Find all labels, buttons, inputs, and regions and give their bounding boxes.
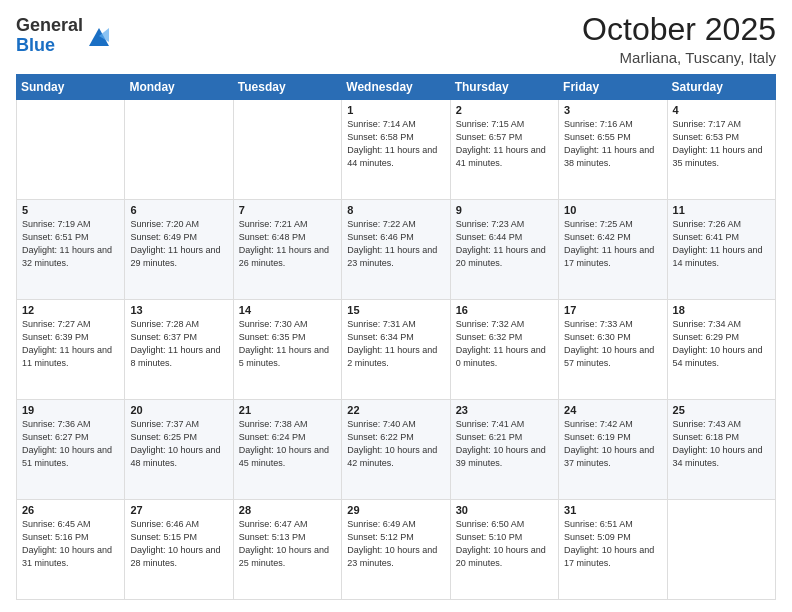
day-cell: 9Sunrise: 7:23 AM Sunset: 6:44 PM Daylig…	[450, 200, 558, 300]
day-info: Sunrise: 7:14 AM Sunset: 6:58 PM Dayligh…	[347, 118, 444, 170]
day-cell: 25Sunrise: 7:43 AM Sunset: 6:18 PM Dayli…	[667, 400, 775, 500]
day-info: Sunrise: 7:25 AM Sunset: 6:42 PM Dayligh…	[564, 218, 661, 270]
header-monday: Monday	[125, 75, 233, 100]
month-title: October 2025	[582, 12, 776, 47]
day-cell: 14Sunrise: 7:30 AM Sunset: 6:35 PM Dayli…	[233, 300, 341, 400]
week-row-4: 26Sunrise: 6:45 AM Sunset: 5:16 PM Dayli…	[17, 500, 776, 600]
day-number: 26	[22, 504, 119, 516]
day-number: 22	[347, 404, 444, 416]
day-info: Sunrise: 7:38 AM Sunset: 6:24 PM Dayligh…	[239, 418, 336, 470]
day-info: Sunrise: 7:23 AM Sunset: 6:44 PM Dayligh…	[456, 218, 553, 270]
day-cell: 18Sunrise: 7:34 AM Sunset: 6:29 PM Dayli…	[667, 300, 775, 400]
day-info: Sunrise: 7:15 AM Sunset: 6:57 PM Dayligh…	[456, 118, 553, 170]
day-cell: 8Sunrise: 7:22 AM Sunset: 6:46 PM Daylig…	[342, 200, 450, 300]
day-cell: 17Sunrise: 7:33 AM Sunset: 6:30 PM Dayli…	[559, 300, 667, 400]
day-cell: 16Sunrise: 7:32 AM Sunset: 6:32 PM Dayli…	[450, 300, 558, 400]
day-number: 15	[347, 304, 444, 316]
day-cell: 24Sunrise: 7:42 AM Sunset: 6:19 PM Dayli…	[559, 400, 667, 500]
day-cell: 27Sunrise: 6:46 AM Sunset: 5:15 PM Dayli…	[125, 500, 233, 600]
logo-general-text: General	[16, 15, 83, 35]
day-number: 20	[130, 404, 227, 416]
day-info: Sunrise: 7:30 AM Sunset: 6:35 PM Dayligh…	[239, 318, 336, 370]
day-info: Sunrise: 7:17 AM Sunset: 6:53 PM Dayligh…	[673, 118, 770, 170]
day-number: 21	[239, 404, 336, 416]
day-cell	[17, 100, 125, 200]
week-row-2: 12Sunrise: 7:27 AM Sunset: 6:39 PM Dayli…	[17, 300, 776, 400]
day-number: 6	[130, 204, 227, 216]
header-thursday: Thursday	[450, 75, 558, 100]
day-cell: 11Sunrise: 7:26 AM Sunset: 6:41 PM Dayli…	[667, 200, 775, 300]
header-tuesday: Tuesday	[233, 75, 341, 100]
title-block: October 2025 Marliana, Tuscany, Italy	[582, 12, 776, 66]
day-number: 2	[456, 104, 553, 116]
weekday-header-row: Sunday Monday Tuesday Wednesday Thursday…	[17, 75, 776, 100]
header-wednesday: Wednesday	[342, 75, 450, 100]
day-info: Sunrise: 6:45 AM Sunset: 5:16 PM Dayligh…	[22, 518, 119, 570]
day-number: 4	[673, 104, 770, 116]
day-cell	[667, 500, 775, 600]
week-row-0: 1Sunrise: 7:14 AM Sunset: 6:58 PM Daylig…	[17, 100, 776, 200]
week-row-1: 5Sunrise: 7:19 AM Sunset: 6:51 PM Daylig…	[17, 200, 776, 300]
header-friday: Friday	[559, 75, 667, 100]
day-info: Sunrise: 6:47 AM Sunset: 5:13 PM Dayligh…	[239, 518, 336, 570]
day-number: 11	[673, 204, 770, 216]
day-cell: 19Sunrise: 7:36 AM Sunset: 6:27 PM Dayli…	[17, 400, 125, 500]
day-number: 3	[564, 104, 661, 116]
day-info: Sunrise: 7:26 AM Sunset: 6:41 PM Dayligh…	[673, 218, 770, 270]
day-cell: 13Sunrise: 7:28 AM Sunset: 6:37 PM Dayli…	[125, 300, 233, 400]
day-number: 24	[564, 404, 661, 416]
day-cell: 12Sunrise: 7:27 AM Sunset: 6:39 PM Dayli…	[17, 300, 125, 400]
day-info: Sunrise: 7:36 AM Sunset: 6:27 PM Dayligh…	[22, 418, 119, 470]
day-number: 28	[239, 504, 336, 516]
day-number: 9	[456, 204, 553, 216]
day-number: 31	[564, 504, 661, 516]
day-number: 29	[347, 504, 444, 516]
day-info: Sunrise: 7:16 AM Sunset: 6:55 PM Dayligh…	[564, 118, 661, 170]
day-info: Sunrise: 7:32 AM Sunset: 6:32 PM Dayligh…	[456, 318, 553, 370]
day-cell: 2Sunrise: 7:15 AM Sunset: 6:57 PM Daylig…	[450, 100, 558, 200]
day-cell: 23Sunrise: 7:41 AM Sunset: 6:21 PM Dayli…	[450, 400, 558, 500]
day-cell	[125, 100, 233, 200]
day-info: Sunrise: 6:50 AM Sunset: 5:10 PM Dayligh…	[456, 518, 553, 570]
logo-icon	[85, 22, 113, 50]
day-number: 23	[456, 404, 553, 416]
day-cell: 20Sunrise: 7:37 AM Sunset: 6:25 PM Dayli…	[125, 400, 233, 500]
day-number: 1	[347, 104, 444, 116]
day-cell: 4Sunrise: 7:17 AM Sunset: 6:53 PM Daylig…	[667, 100, 775, 200]
day-info: Sunrise: 7:21 AM Sunset: 6:48 PM Dayligh…	[239, 218, 336, 270]
day-number: 12	[22, 304, 119, 316]
day-info: Sunrise: 7:42 AM Sunset: 6:19 PM Dayligh…	[564, 418, 661, 470]
day-cell: 15Sunrise: 7:31 AM Sunset: 6:34 PM Dayli…	[342, 300, 450, 400]
logo-blue-text: Blue	[16, 35, 55, 55]
day-number: 8	[347, 204, 444, 216]
day-number: 14	[239, 304, 336, 316]
day-cell: 5Sunrise: 7:19 AM Sunset: 6:51 PM Daylig…	[17, 200, 125, 300]
day-number: 13	[130, 304, 227, 316]
day-info: Sunrise: 6:49 AM Sunset: 5:12 PM Dayligh…	[347, 518, 444, 570]
page: General Blue October 2025 Marliana, Tusc…	[0, 0, 792, 612]
day-info: Sunrise: 7:40 AM Sunset: 6:22 PM Dayligh…	[347, 418, 444, 470]
day-info: Sunrise: 7:20 AM Sunset: 6:49 PM Dayligh…	[130, 218, 227, 270]
day-info: Sunrise: 6:46 AM Sunset: 5:15 PM Dayligh…	[130, 518, 227, 570]
day-cell: 6Sunrise: 7:20 AM Sunset: 6:49 PM Daylig…	[125, 200, 233, 300]
day-cell: 28Sunrise: 6:47 AM Sunset: 5:13 PM Dayli…	[233, 500, 341, 600]
day-cell: 31Sunrise: 6:51 AM Sunset: 5:09 PM Dayli…	[559, 500, 667, 600]
day-info: Sunrise: 7:34 AM Sunset: 6:29 PM Dayligh…	[673, 318, 770, 370]
day-number: 10	[564, 204, 661, 216]
day-cell: 26Sunrise: 6:45 AM Sunset: 5:16 PM Dayli…	[17, 500, 125, 600]
day-info: Sunrise: 7:41 AM Sunset: 6:21 PM Dayligh…	[456, 418, 553, 470]
day-number: 16	[456, 304, 553, 316]
day-cell: 30Sunrise: 6:50 AM Sunset: 5:10 PM Dayli…	[450, 500, 558, 600]
day-number: 19	[22, 404, 119, 416]
header: General Blue October 2025 Marliana, Tusc…	[16, 12, 776, 66]
header-sunday: Sunday	[17, 75, 125, 100]
day-number: 7	[239, 204, 336, 216]
day-info: Sunrise: 7:22 AM Sunset: 6:46 PM Dayligh…	[347, 218, 444, 270]
day-info: Sunrise: 6:51 AM Sunset: 5:09 PM Dayligh…	[564, 518, 661, 570]
logo-block: General Blue	[16, 16, 83, 56]
location: Marliana, Tuscany, Italy	[582, 49, 776, 66]
day-number: 30	[456, 504, 553, 516]
day-cell: 10Sunrise: 7:25 AM Sunset: 6:42 PM Dayli…	[559, 200, 667, 300]
day-cell: 7Sunrise: 7:21 AM Sunset: 6:48 PM Daylig…	[233, 200, 341, 300]
day-cell: 29Sunrise: 6:49 AM Sunset: 5:12 PM Dayli…	[342, 500, 450, 600]
